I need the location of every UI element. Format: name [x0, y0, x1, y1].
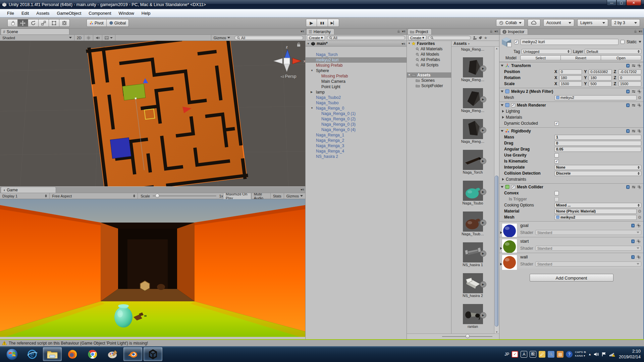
mesh-field[interactable]: meikyu2	[554, 95, 637, 100]
material-preview[interactable]	[502, 255, 517, 270]
help-icon[interactable]: ?	[566, 351, 573, 358]
scroll-up-icon[interactable]: ▲	[494, 47, 499, 51]
panel-menu-icon[interactable]: ▾≡	[301, 29, 304, 33]
foldout-arrow[interactable]	[502, 110, 504, 113]
expand-asset-icon[interactable]: ▶	[480, 220, 486, 226]
status-bar[interactable]: The referenced script on this Behaviour …	[0, 339, 644, 346]
maze-object[interactable]	[88, 41, 247, 186]
hierarchy-create-button[interactable]: Create ▾	[307, 35, 325, 40]
tray-expand-icon[interactable]: ▲	[588, 353, 591, 356]
expand-asset-icon[interactable]: ▶	[480, 312, 486, 318]
global-toggle[interactable]: Global	[107, 19, 129, 27]
search-by-type-icon[interactable]	[473, 36, 477, 40]
preset-icon[interactable]	[632, 103, 636, 107]
hierarchy-item[interactable]: Naga_Tsubo2	[306, 95, 407, 100]
help-book-icon[interactable]	[626, 129, 630, 133]
scroll-down-icon[interactable]: ▼	[494, 331, 499, 333]
scale-slider-knob[interactable]	[155, 194, 159, 198]
game-gizmos-dropdown[interactable]: Gizmos	[284, 193, 305, 199]
expand-asset-icon[interactable]: ▶	[480, 250, 486, 257]
materials-foldout[interactable]: Materials	[499, 114, 643, 120]
transform-tool-icon[interactable]	[59, 19, 70, 27]
lock-icon[interactable]	[397, 29, 400, 33]
scrollbar-thumb[interactable]	[495, 176, 498, 326]
expand-asset-icon[interactable]: ▶	[480, 96, 486, 103]
tab-inspector[interactable]: iInspector	[500, 28, 528, 35]
help-book-icon[interactable]	[631, 255, 635, 259]
maximize-button[interactable]: ▢	[616, 0, 626, 6]
hierarchy-item[interactable]: ▼Sphere	[306, 68, 407, 73]
hierarchy-search-input[interactable]: All	[327, 36, 405, 40]
gameobject-cube-icon[interactable]	[501, 36, 512, 48]
hierarchy-item[interactable]: ▼Naga_Renga_0	[306, 106, 407, 111]
favorites-root[interactable]: ▼Favorites	[407, 41, 451, 46]
asset-item[interactable]: ▶Naga_Torch	[451, 144, 494, 175]
menu-gameobject[interactable]: GameObject	[53, 11, 85, 16]
panel-menu-icon[interactable]: ▾≡	[494, 29, 498, 33]
breadcrumb[interactable]: Assets▸	[451, 41, 499, 47]
gear-icon[interactable]	[637, 255, 641, 259]
panel-menu-icon[interactable]: ▾≡	[402, 29, 406, 33]
is-trigger-checkbox[interactable]	[554, 197, 559, 201]
scene-search-input[interactable]: All	[234, 36, 303, 40]
collider-mesh-field[interactable]: meikyu2	[554, 215, 637, 220]
gear-icon[interactable]	[637, 239, 641, 243]
panel-menu-icon[interactable]: ▾≡	[301, 188, 304, 191]
ime-dictionary-icon[interactable]	[548, 351, 554, 358]
hierarchy-item[interactable]: Naga_Renga_4	[306, 148, 407, 154]
asset-scrollbar[interactable]: ▲ ▼	[494, 47, 499, 334]
action-center-flag-icon[interactable]	[601, 352, 607, 357]
constraints-foldout[interactable]: Constraints	[499, 176, 643, 182]
foldout-arrow[interactable]	[501, 186, 503, 188]
taskbar-firefox[interactable]	[63, 347, 82, 361]
close-button[interactable]: ✕	[626, 0, 641, 6]
preset-icon[interactable]	[632, 89, 636, 94]
mute-audio-toggle[interactable]: Mute Audio	[251, 193, 271, 199]
tab-scene[interactable]: #Scene	[1, 28, 69, 35]
angular-drag-field[interactable]: 0.05	[554, 147, 641, 152]
caps-kana-indicator[interactable]: CAPS ⧉KANA ▾	[575, 351, 586, 358]
folder-scriptfolder[interactable]: ScriptFolder	[407, 83, 451, 88]
model-select-button[interactable]: Select	[520, 55, 561, 60]
help-book-icon[interactable]	[626, 64, 630, 68]
scene-lighting-icon[interactable]	[84, 35, 93, 41]
foldout-arrow[interactable]	[501, 104, 503, 106]
panel-menu-icon[interactable]: ▾≡	[401, 42, 405, 46]
expand-asset-icon[interactable]: ▶	[480, 281, 486, 288]
rigidbody-header[interactable]: Rigidbody	[499, 127, 643, 134]
taskbar-chrome[interactable]	[83, 347, 102, 361]
favorite-all-prefabs[interactable]: All Prefabs	[407, 57, 451, 62]
step-icon[interactable]: ▶▏	[328, 19, 339, 27]
menu-help[interactable]: Help	[138, 11, 154, 16]
help-book-icon[interactable]	[626, 89, 630, 94]
scene-header-main[interactable]: ▼ main* ▾≡	[306, 41, 407, 47]
hand-tool-icon[interactable]	[7, 19, 18, 27]
gear-icon[interactable]	[637, 103, 641, 107]
ime-toolbox-icon[interactable]: ▤	[557, 351, 564, 358]
object-picker-icon[interactable]: ⊙	[638, 95, 641, 100]
taskbar-windows-explorer[interactable]	[43, 347, 62, 361]
gear-icon[interactable]	[637, 64, 641, 68]
hierarchy-item[interactable]: Naga_Renga_2	[306, 138, 407, 143]
expand-asset-icon[interactable]: ▶	[480, 158, 486, 164]
menu-window[interactable]: Window	[115, 11, 138, 16]
scale-z-field[interactable]: 1500	[619, 81, 641, 86]
hierarchy-item[interactable]: Naga_Renga_0 (4)	[306, 127, 407, 132]
scene-orientation-gizmo[interactable]: z x	[274, 45, 305, 72]
expand-asset-icon[interactable]: ▶	[480, 65, 486, 72]
preset-icon[interactable]	[632, 64, 636, 68]
minimize-button[interactable]: —	[607, 0, 616, 6]
static-checkbox[interactable]	[621, 40, 625, 44]
foldout-arrow[interactable]	[500, 247, 502, 250]
ime-icon[interactable]: ✓	[512, 351, 518, 358]
hierarchy-item[interactable]: Point Light	[306, 84, 407, 89]
menu-file[interactable]: File	[3, 11, 18, 16]
shader-dropdown[interactable]: Standard	[535, 246, 641, 251]
lock-icon[interactable]	[297, 43, 300, 47]
cooking-options-dropdown[interactable]: Mixed ...	[554, 203, 641, 208]
asset-item[interactable]: ▶Naga_Tsub…	[451, 206, 494, 237]
drag-field[interactable]: 0	[554, 141, 641, 146]
shader-dropdown[interactable]: Standard	[535, 230, 641, 235]
hierarchy-item-selected[interactable]: meikyu2 kuri	[306, 57, 407, 63]
scene-effects-icon[interactable]	[102, 35, 115, 41]
